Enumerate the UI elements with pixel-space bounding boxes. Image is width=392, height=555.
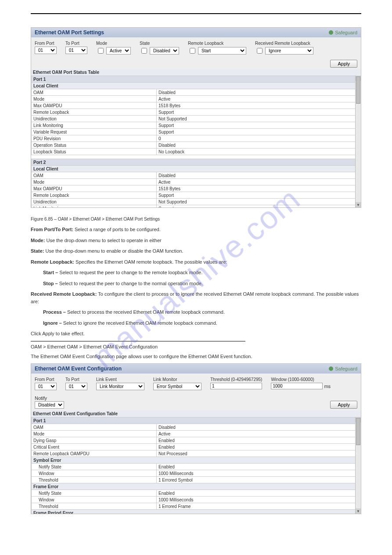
paragraph: State: Use the drop-down menu to enable … <box>31 247 361 255</box>
port2-header: Port 2 <box>32 159 361 166</box>
table-row: PDU Revision0 <box>32 135 361 142</box>
event-table-wrap: Port 1 OAMDisabled ModeActive Dying Gasp… <box>31 417 361 514</box>
mode-ctrl: Mode Active <box>96 41 131 55</box>
link-event-label: Link Event <box>96 377 144 382</box>
mode-select[interactable]: Active <box>106 47 131 54</box>
scrollbar[interactable]: ▲ ▼ <box>355 76 361 207</box>
state-ctrl: State Disabled <box>140 41 179 55</box>
symbol-error-header: Symbol Error <box>32 457 361 464</box>
section-breadcrumb: OAM > Ethernet OAM > Ethernet OAM Event … <box>31 344 361 349</box>
notify-label: Notify <box>35 395 357 401</box>
top-rule <box>31 13 361 14</box>
port1-header: Port 1 <box>32 417 361 424</box>
frame-error-header: Frame Error <box>32 483 361 490</box>
window-input[interactable] <box>271 383 323 389</box>
oam-port-settings-panel: Ethernet OAM Port Settings Safeguard Fro… <box>31 27 361 208</box>
mode-label: Mode <box>96 41 131 46</box>
to-port-ctrl: To Port 01 <box>65 377 87 390</box>
threshold-input[interactable] <box>210 383 262 389</box>
remote-loopback-checkbox[interactable] <box>190 48 195 54</box>
paragraph: Click Apply to take effect. <box>31 330 361 337</box>
apply-button[interactable]: Apply <box>330 60 357 68</box>
threshold-label: Threshold (0-4294967295) <box>210 377 262 382</box>
link-event-select[interactable]: Link Monitor <box>96 383 144 390</box>
status-table-wrap: Port 1 Local Client OAMDisabled ModeActi… <box>31 76 361 207</box>
table-row: Remote LoopbackSupport <box>32 192 361 199</box>
safeguard-label: Safeguard <box>335 366 357 371</box>
table-row: Remote Loopback OAMPDUNot Processed <box>32 450 361 457</box>
document-page: Ethernet OAM Port Settings Safeguard Fro… <box>0 0 392 540</box>
frame-period-error-header: Frame Period Error <box>32 510 361 514</box>
remote-loopback-ctrl: Remote Loopback Start <box>188 41 246 55</box>
safeguard-badge: Safeguard <box>329 366 357 371</box>
to-port-select[interactable]: 01 <box>65 383 87 390</box>
from-port-select[interactable]: 01 <box>35 47 57 54</box>
status-table: Port 1 Local Client OAMDisabled ModeActi… <box>31 76 361 207</box>
section-intro: The Ethernet OAM Event Configuration pag… <box>31 353 361 360</box>
scroll-down-icon[interactable]: ▼ <box>356 202 361 207</box>
paragraph: Mode: Use the drop-down menu to select t… <box>31 237 361 244</box>
table-row: ModeActive <box>32 96 361 102</box>
table-row: Threshold1 Errored Frame <box>32 503 361 510</box>
from-port-label: From Port <box>35 377 57 382</box>
oam-event-config-panel: Ethernet OAM Event Configuration Safegua… <box>31 363 361 514</box>
notify-select[interactable]: Disabled <box>35 401 64 409</box>
from-port-ctrl: From Port 01 <box>35 41 57 54</box>
mode-checkbox[interactable] <box>98 48 104 54</box>
table-row: Link MonitoringSupport <box>32 122 361 129</box>
table-row: Threshold1 Errored Symbol <box>32 477 361 483</box>
scroll-thumb[interactable] <box>356 76 360 104</box>
window-label: Window (1000-60000) <box>271 377 331 382</box>
panel-title: Ethernet OAM Port Settings <box>35 29 104 36</box>
event-table: Port 1 OAMDisabled ModeActive Dying Gasp… <box>31 417 361 514</box>
safeguard-label: Safeguard <box>335 30 357 35</box>
scroll-down-icon[interactable]: ▼ <box>356 508 361 514</box>
link-monitor-select[interactable]: Error Symbol <box>153 383 201 390</box>
scroll-thumb[interactable] <box>356 418 360 445</box>
safeguard-badge: Safeguard <box>329 30 357 35</box>
link-monitor-ctrl: Link Monitor Error Symbol <box>153 377 201 390</box>
safeguard-icon <box>329 30 333 35</box>
table-row: UnidirectionNot Supported <box>32 199 361 205</box>
threshold-ctrl: Threshold (0-4294967295) <box>210 377 262 389</box>
port1-localclient: Local Client <box>32 83 361 89</box>
table-row: ModeActive <box>32 431 361 437</box>
to-port-label: To Port <box>65 41 87 46</box>
from-port-select[interactable]: 01 <box>35 383 57 390</box>
link-monitor-label: Link Monitor <box>153 377 201 382</box>
table-row: Loopback StatusNo Loopback <box>32 149 361 155</box>
controls-row: From Port 01 To Port 01 Link Event Link … <box>31 374 361 394</box>
panel-title: Ethernet OAM Event Configuration <box>35 366 122 372</box>
section-rule <box>31 341 245 341</box>
event-table-title: Ethernet OAM Event Configuration Table <box>31 410 361 417</box>
table-row: Max OAMPDU1518 Bytes <box>32 102 361 109</box>
state-label: State <box>140 41 179 46</box>
window-ctrl: Window (1000-60000) ms <box>271 377 331 389</box>
table-row: ModeActive <box>32 179 361 185</box>
scrollbar[interactable]: ▲ ▼ <box>355 417 361 514</box>
to-port-select[interactable]: 01 <box>65 47 87 54</box>
apply-row: Apply <box>31 58 361 69</box>
state-checkbox[interactable] <box>141 48 147 54</box>
notify-row: Notify Disabled Apply <box>31 394 361 410</box>
remote-loopback-label: Remote Loopback <box>188 41 246 46</box>
recv-remote-loopback-checkbox[interactable] <box>257 48 263 54</box>
table-row: Variable RequestSupport <box>32 129 361 135</box>
port1-header: Port 1 <box>32 76 361 83</box>
table-row: Critical EventEnabled <box>32 444 361 450</box>
controls-row: From Port 01 To Port 01 Mode Active Stat… <box>31 37 361 58</box>
apply-button[interactable]: Apply <box>330 401 357 409</box>
to-port-ctrl: To Port 01 <box>65 41 87 54</box>
table-row: Link MonitoringSupport <box>32 205 361 208</box>
link-event-ctrl: Link Event Link Monitor <box>96 377 144 390</box>
table-row: Notify StateEnabled <box>32 464 361 470</box>
recv-remote-loopback-label: Received Remote Loopback <box>255 41 313 46</box>
recv-remote-loopback-ctrl: Received Remote Loopback Ignore <box>255 41 313 55</box>
table-row: Dying GaspEnabled <box>32 437 361 444</box>
state-select[interactable]: Disabled <box>150 47 179 54</box>
table-row: Operation StatusDisabled <box>32 142 361 149</box>
remote-loopback-select[interactable]: Start <box>198 47 246 54</box>
figure-caption-1: Figure 6.85 – OAM > Ethernet OAM > Ether… <box>31 217 361 221</box>
table-row: Max OAMPDU1518 Bytes <box>32 185 361 192</box>
recv-remote-loopback-select[interactable]: Ignore <box>265 47 313 54</box>
